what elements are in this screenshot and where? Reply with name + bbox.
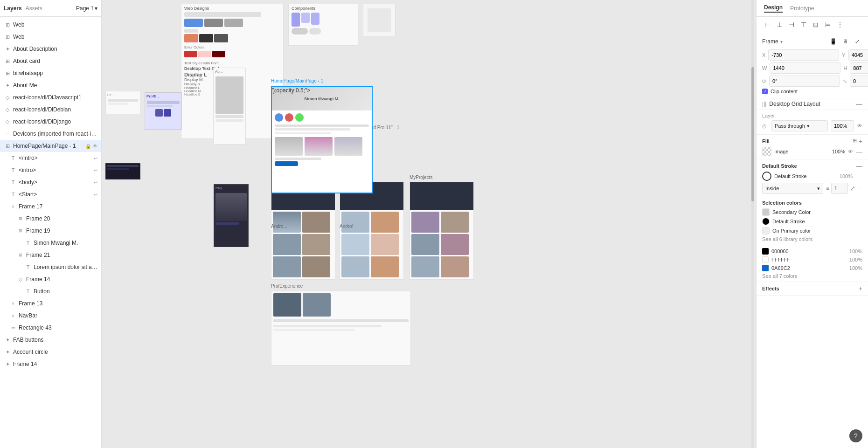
h-input[interactable] [850, 62, 868, 74]
align-right-btn[interactable]: ⊣ [786, 20, 797, 30]
layer-eye-icon[interactable]: 👁 [857, 123, 862, 129]
layer-frame14b[interactable]: ✦ Frame 14 [0, 358, 101, 370]
stroke-dash-icon[interactable]: ≡ [826, 185, 829, 192]
stroke-more-btn[interactable]: ⋯ [857, 186, 862, 192]
homepage-selected-frame[interactable]: ');opacity:0.5;"> Simon Mwangi M. [271, 86, 373, 193]
layer-devicons[interactable]: ≡ Devicons (imported from react-icons ..… [0, 128, 101, 140]
layer-start[interactable]: T <Start> ↩ [0, 188, 101, 200]
tab-assets[interactable]: Assets [26, 5, 42, 12]
align-bottom-btn[interactable]: ⊨ [823, 20, 833, 30]
fill-add-btn[interactable]: + [859, 138, 862, 145]
layer-react-js[interactable]: ◇ react-icons/di/DiJavascript1 [0, 91, 101, 103]
canvas[interactable]: Web Designs Error Colors [102, 0, 756, 448]
layer-intro-close[interactable]: T </intro> ↩ [0, 152, 101, 164]
layer-navbar[interactable]: ≡ NavBar [0, 310, 101, 322]
stroke-more-icon[interactable]: ⋯ [857, 173, 862, 179]
distribute-btn[interactable]: ⋮ [835, 20, 845, 30]
layer-react-django[interactable]: ◇ react-icons/di/DiDjango [0, 116, 101, 128]
layer-frame20[interactable]: ⊞ Frame 20 [0, 213, 101, 225]
secondary-color-swatch[interactable] [762, 208, 770, 216]
stroke-sub-row: Inside ▾ ≡ ⤢ ⋯ [762, 183, 862, 194]
layer-react-deb[interactable]: ◇ react-icons/di/DiDebian [0, 103, 101, 116]
clip-content-checkbox[interactable]: ✓ [762, 89, 768, 94]
layers-list: ⊞ Web ⊞ Web ✦ About Description ⊞ About … [0, 17, 101, 448]
diamond-icon: ◇ [4, 118, 11, 125]
on-primary-color-swatch[interactable] [762, 227, 770, 234]
r-input[interactable] [769, 76, 840, 87]
see-all-colors[interactable]: See all 7 colors [762, 273, 862, 279]
layer-simon-text[interactable]: T Simon Mwangi M. [0, 237, 101, 249]
fill-remove-btn[interactable]: — [856, 148, 862, 155]
frame-title[interactable]: Frame ▾ [762, 38, 825, 45]
layer-bi-whatsapp[interactable]: ⊞ bi:whatsapp [0, 67, 101, 79]
clip-input[interactable] [850, 76, 868, 87]
layer-lorem-text[interactable]: T Lorem ipsum dolor sit am... [0, 261, 101, 273]
layer-web2[interactable]: ⊞ Web [0, 31, 101, 43]
fill-eye-icon[interactable]: 👁 [848, 149, 853, 154]
lock-icon[interactable]: 🔒 [85, 144, 91, 149]
eye-icon[interactable]: 👁 [93, 144, 97, 149]
prof-experience-label: ProfExperience [271, 283, 303, 289]
color-swatch-blue[interactable] [762, 265, 769, 271]
color-swatch-white[interactable] [762, 256, 769, 263]
stroke-section: Default Stroke — Default Stroke 100% ⋯ I… [757, 159, 868, 197]
w-input[interactable] [770, 62, 840, 74]
desktop-icon[interactable]: 🖥 [840, 36, 850, 47]
stroke-remove-btn[interactable]: — [856, 162, 862, 170]
align-top-btn[interactable]: ⊤ [799, 20, 809, 30]
default-stroke-swatch[interactable] [762, 218, 770, 225]
auto-layout-remove-btn[interactable]: — [856, 100, 862, 108]
layer-homepage[interactable]: ⊞ HomePage/MainPage - 1 🔒 👁 [0, 140, 101, 152]
align-center-h-btn[interactable]: ⊥ [774, 20, 785, 30]
frame-section: Frame ▾ 📱 🖥 ⤢ X Y W H ⛓ ⟳ ⤡ [757, 33, 868, 98]
see-all-library-colors[interactable]: See all 6 library colors [762, 236, 862, 242]
y-input[interactable] [848, 49, 868, 61]
return-icon4: ↩ [94, 192, 97, 197]
stroke-position-selector[interactable]: Inside ▾ [762, 183, 823, 194]
prof-experience-frame [271, 291, 411, 365]
layer-rect43[interactable]: ▭ Rectangle 43 [0, 322, 101, 334]
layer-frame14[interactable]: ◇ Frame 14 [0, 273, 101, 285]
layer-web1[interactable]: ⊞ Web [0, 19, 101, 31]
stroke-expand-icon[interactable]: ⤢ [850, 185, 855, 192]
tab-prototype[interactable]: Prototype [790, 5, 814, 12]
color-swatch-black[interactable] [762, 248, 769, 255]
layer-about-me[interactable]: ✦ About Me [0, 79, 101, 91]
stroke-width-input[interactable] [831, 183, 848, 194]
layer-opacity-input[interactable] [831, 120, 854, 131]
layer-fab-buttons[interactable]: ✦ FAB buttons [0, 334, 101, 346]
stroke-row: Default Stroke 100% ⋯ [762, 172, 862, 181]
align-center-v-btn[interactable]: ⊟ [811, 20, 821, 30]
layer-about-desc[interactable]: ✦ About Description [0, 43, 101, 55]
layer-frame13[interactable]: ≡ Frame 13 [0, 297, 101, 310]
layer-frame21[interactable]: ⊞ Frame 21 [0, 249, 101, 261]
layer-intro-open[interactable]: T <intro> ↩ [0, 164, 101, 176]
blend-mode-selector[interactable]: Pass through ▾ [771, 120, 828, 131]
page-selector[interactable]: Page 1 ▾ [76, 5, 97, 12]
help-button[interactable]: ? [849, 429, 862, 442]
component-icon: ✦ [4, 336, 11, 344]
layer-button[interactable]: T Button [0, 285, 101, 297]
layer-frame17[interactable]: ≡ Frame 17 [0, 200, 101, 213]
clip-content-row: ✓ Clip content [762, 89, 862, 94]
effects-add-btn[interactable]: + [859, 285, 862, 292]
phone-icon[interactable]: 📱 [828, 36, 838, 47]
fill-row: Image 100% 👁 — [762, 147, 862, 156]
layer-account-circle[interactable]: ✦ Account circle [0, 346, 101, 358]
fill-swatch[interactable] [762, 147, 771, 156]
stroke-swatch[interactable] [762, 172, 771, 181]
x-input[interactable] [768, 49, 839, 61]
align-left-btn[interactable]: ⊢ [762, 20, 772, 30]
tab-design[interactable]: Design [764, 4, 783, 13]
chevron-down-icon: ▾ [817, 186, 820, 192]
return-icon2: ↩ [94, 168, 97, 173]
tab-layers[interactable]: Layers [4, 5, 22, 12]
layer-body[interactable]: T <body> ↩ [0, 176, 101, 188]
canvas-scrollbar[interactable] [751, 0, 754, 448]
resize-icon[interactable]: ⤢ [852, 36, 862, 47]
r-row: ⟳ ⤡ ⛓ [762, 76, 862, 87]
layer-about-card[interactable]: ⊞ About card [0, 55, 101, 67]
fill-grid-icon[interactable]: ⊞ [853, 138, 857, 145]
layer-frame19[interactable]: ⊞ Frame 19 [0, 225, 101, 237]
auto-layout-icon: ||| [762, 101, 766, 107]
